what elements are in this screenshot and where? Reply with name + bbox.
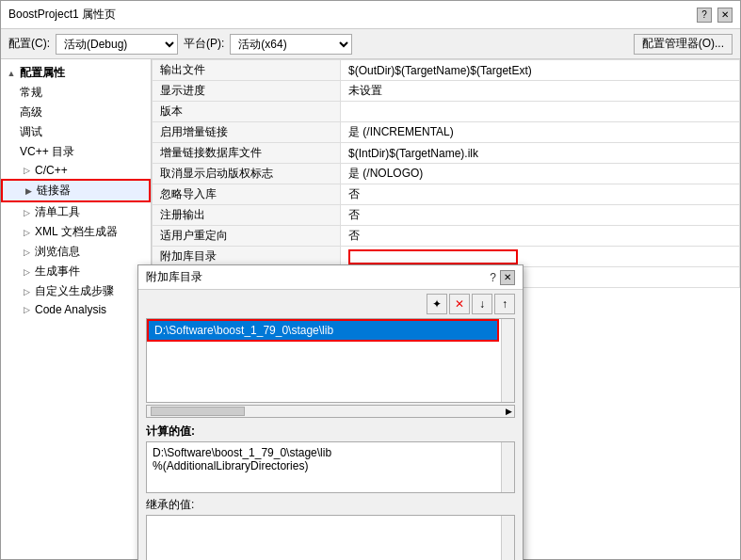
title-bar-controls: ? ✕ (697, 8, 733, 23)
expand-icon: ▷ (20, 226, 33, 239)
sidebar-item-general[interactable]: 常规 (1, 83, 151, 103)
table-row: 显示进度 未设置 (153, 81, 740, 102)
move-down-button[interactable]: ↓ (472, 294, 492, 314)
dialog-close-button[interactable]: ✕ (500, 270, 515, 285)
expand-icon: ▷ (20, 206, 33, 219)
prop-name: 版本 (153, 102, 341, 122)
sidebar-item-label: VC++ 目录 (20, 144, 74, 160)
dialog-hscroll[interactable]: ▶ (146, 405, 515, 418)
sidebar-item-label: 清单工具 (35, 204, 80, 220)
dialog-title: 附加库目录 (146, 269, 202, 285)
platform-select[interactable]: 活动(x64) (230, 34, 352, 55)
table-row: 适用户重定向 否 (153, 226, 740, 247)
sidebar-item-browse[interactable]: ▷ 浏览信息 (1, 242, 151, 262)
prop-name: 输出文件 (153, 60, 341, 81)
config-select[interactable]: 活动(Debug) (56, 34, 178, 55)
config-manager-button[interactable]: 配置管理器(O)... (634, 34, 733, 55)
list-item[interactable]: D:\Software\boost_1_79_0\stage\lib (147, 319, 499, 342)
sidebar-item-label: Code Analysis (35, 303, 106, 316)
dialog-inherited-area (146, 515, 515, 560)
eval-line-2: %(AdditionalLibraryDirectories) (153, 459, 508, 472)
sidebar-item-label: 生成事件 (35, 264, 80, 280)
table-row: 取消显示启动版权标志 是 (/NOLOGO) (153, 164, 740, 184)
sidebar-item-custom-build[interactable]: ▷ 自定义生成步骤 (1, 281, 151, 301)
sidebar-item-manifest[interactable]: ▷ 清单工具 (1, 202, 151, 222)
prop-name: 忽略导入库 (153, 184, 341, 205)
table-row: 注册输出 否 (153, 205, 740, 226)
sidebar-item-label: C/C++ (35, 164, 68, 177)
sidebar-item-vc-dirs[interactable]: VC++ 目录 (1, 142, 151, 162)
dialog-title-bar: 附加库目录 ? ✕ (138, 265, 523, 290)
table-row: 输出文件 $(OutDir)$(TargetName)$(TargetExt) (153, 60, 740, 81)
expand-icon: ▷ (20, 265, 33, 279)
expand-icon: ▷ (20, 164, 33, 177)
sidebar-item-config-props[interactable]: ▲ 配置属性 (1, 63, 151, 83)
prop-name: 注册输出 (153, 205, 341, 226)
expand-icon: ▷ (20, 246, 33, 259)
prop-value[interactable]: $(OutDir)$(TargetName)$(TargetExt) (341, 60, 740, 81)
inherited-scrollbar[interactable] (501, 516, 514, 560)
prop-value[interactable]: 否 (341, 226, 740, 247)
dialog-eval-area: D:\Software\boost_1_79_0\stage\lib %(Add… (146, 441, 515, 493)
config-bar: 配置(C): 活动(Debug) 平台(P): 活动(x64) 配置管理器(O)… (1, 29, 740, 59)
prop-value[interactable]: 是 (/NOLOGO) (341, 164, 740, 184)
eval-line-1: D:\Software\boost_1_79_0\stage\lib (153, 446, 508, 459)
window-title: BoostProject1 属性页 (8, 7, 116, 23)
close-button[interactable]: ✕ (717, 8, 733, 23)
table-row: 启用增量链接 是 (/INCREMENTAL) (153, 122, 740, 143)
dialog-help-button[interactable]: ? (490, 271, 496, 284)
property-table: 输出文件 $(OutDir)$(TargetName)$(TargetExt) … (152, 59, 740, 288)
prop-value[interactable]: 否 (341, 205, 740, 226)
prop-value[interactable] (341, 102, 740, 122)
dialog-title-controls: ? ✕ (490, 270, 515, 285)
prop-value[interactable]: 是 (/INCREMENTAL) (341, 122, 740, 143)
expand-icon: ▷ (20, 285, 33, 298)
expand-icon: ▶ (22, 184, 35, 198)
sidebar-item-label: 自定义生成步骤 (35, 283, 114, 299)
sidebar-item-advanced[interactable]: 高级 (1, 103, 151, 122)
delete-entry-button[interactable]: ✕ (449, 294, 470, 314)
table-row: 版本 (153, 102, 740, 122)
dialog-list-area: D:\Software\boost_1_79_0\stage\lib (146, 318, 515, 403)
sidebar-item-label: 链接器 (37, 183, 71, 199)
table-row: 忽略导入库 否 (153, 184, 740, 205)
additional-lib-dialog: 附加库目录 ? ✕ ✦ ✕ ↓ ↑ D:\Software\boost_1_79… (137, 264, 524, 560)
prop-name: 启用增量链接 (153, 122, 341, 143)
title-bar: BoostProject1 属性页 ? ✕ (1, 1, 740, 29)
prop-value[interactable]: 未设置 (341, 81, 740, 102)
hscroll-arrow-right[interactable]: ▶ (504, 407, 514, 416)
sidebar-item-label: 高级 (20, 104, 42, 120)
prop-value[interactable]: 否 (341, 184, 740, 205)
prop-value[interactable]: $(IntDir)$(TargetName).ilk (341, 143, 740, 164)
sidebar-item-cpp[interactable]: ▷ C/C++ (1, 162, 151, 179)
eval-scrollbar[interactable] (501, 442, 514, 492)
additional-lib-dirs-highlight (348, 249, 518, 264)
prop-name: 取消显示启动版权标志 (153, 164, 341, 184)
sidebar-item-label: XML 文档生成器 (35, 224, 118, 240)
list-scrollbar[interactable] (501, 319, 514, 402)
move-up-button[interactable]: ↑ (494, 294, 515, 314)
prop-name: 增量链接数据库文件 (153, 143, 341, 164)
sidebar-item-label: 调试 (20, 124, 42, 140)
sidebar-item-label: 常规 (20, 85, 42, 101)
sidebar-item-build-events[interactable]: ▷ 生成事件 (1, 262, 151, 281)
eval-section-label: 计算的值: (138, 420, 523, 441)
platform-label: 平台(P): (184, 36, 224, 52)
config-label: 配置(C): (8, 36, 50, 52)
dialog-toolbar: ✦ ✕ ↓ ↑ (138, 290, 523, 318)
prop-name: 显示进度 (153, 81, 341, 102)
inherited-section-label: 继承的值: (138, 493, 523, 515)
add-entry-button[interactable]: ✦ (427, 294, 447, 314)
prop-name: 适用户重定向 (153, 226, 341, 247)
sidebar-item-code-analysis[interactable]: ▷ Code Analysis (1, 301, 151, 318)
expand-icon: ▷ (20, 303, 33, 316)
sidebar-item-label: 配置属性 (20, 65, 65, 81)
hscroll-thumb[interactable] (151, 407, 245, 416)
sidebar-item-xml-doc[interactable]: ▷ XML 文档生成器 (1, 222, 151, 242)
sidebar-item-debug[interactable]: 调试 (1, 122, 151, 142)
help-button[interactable]: ? (697, 8, 712, 23)
sidebar: ▲ 配置属性 常规 高级 调试 VC++ 目录 ▷ C/C++ ▶ 链接器 (1, 59, 152, 559)
sidebar-item-linker[interactable]: ▶ 链接器 (1, 179, 151, 202)
expand-icon: ▲ (5, 67, 18, 80)
main-window: BoostProject1 属性页 ? ✕ 配置(C): 活动(Debug) 平… (0, 0, 741, 560)
